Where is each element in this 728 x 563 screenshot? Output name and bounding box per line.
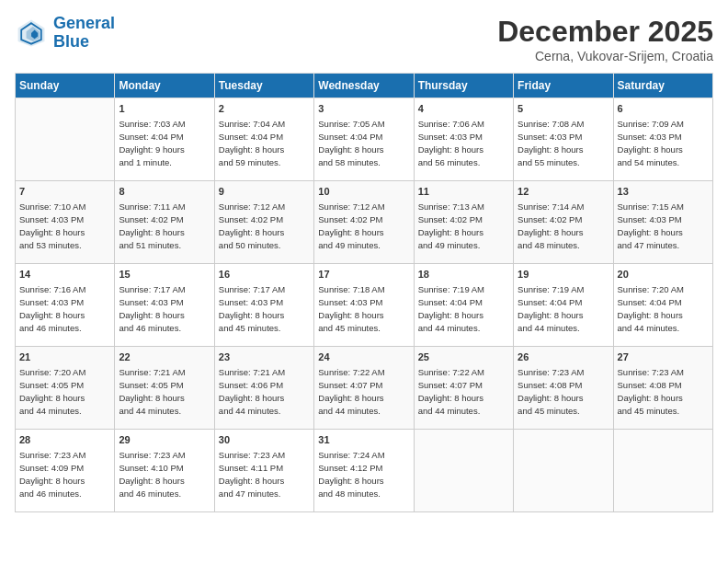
day-info: Sunrise: 7:20 AM Sunset: 4:04 PM Dayligh…: [618, 283, 709, 334]
day-info: Sunrise: 7:21 AM Sunset: 4:05 PM Dayligh…: [119, 366, 210, 417]
day-info: Sunrise: 7:15 AM Sunset: 4:03 PM Dayligh…: [618, 201, 709, 251]
calendar-cell: 12Sunrise: 7:14 AM Sunset: 4:02 PM Dayli…: [514, 181, 613, 264]
calendar-cell: 1Sunrise: 7:03 AM Sunset: 4:04 PM Daylig…: [115, 98, 214, 181]
calendar-cell: 10Sunrise: 7:12 AM Sunset: 4:02 PM Dayli…: [314, 181, 414, 264]
day-info: Sunrise: 7:19 AM Sunset: 4:04 PM Dayligh…: [418, 283, 509, 334]
logo-line1: General: [53, 14, 115, 32]
calendar-cell: 30Sunrise: 7:23 AM Sunset: 4:11 PM Dayli…: [214, 430, 313, 512]
day-number: 7: [19, 185, 110, 199]
day-number: 18: [418, 268, 509, 282]
day-info: Sunrise: 7:16 AM Sunset: 4:03 PM Dayligh…: [19, 283, 110, 334]
logo-line2: Blue: [53, 33, 115, 52]
day-info: Sunrise: 7:17 AM Sunset: 4:03 PM Dayligh…: [219, 283, 310, 334]
day-number: 13: [618, 185, 709, 199]
day-number: 12: [518, 185, 609, 199]
weekday-header-thursday: Thursday: [414, 74, 513, 98]
calendar-body: 1Sunrise: 7:03 AM Sunset: 4:04 PM Daylig…: [16, 98, 713, 512]
day-number: 15: [119, 268, 210, 282]
day-info: Sunrise: 7:06 AM Sunset: 4:03 PM Dayligh…: [418, 118, 509, 168]
calendar-cell: 16Sunrise: 7:17 AM Sunset: 4:03 PM Dayli…: [214, 264, 313, 347]
calendar-cell: 4Sunrise: 7:06 AM Sunset: 4:03 PM Daylig…: [414, 98, 513, 181]
day-info: Sunrise: 7:11 AM Sunset: 4:02 PM Dayligh…: [119, 201, 210, 251]
calendar-cell: 9Sunrise: 7:12 AM Sunset: 4:02 PM Daylig…: [214, 181, 313, 264]
day-info: Sunrise: 7:09 AM Sunset: 4:03 PM Dayligh…: [618, 118, 709, 168]
day-number: 2: [219, 102, 310, 116]
day-number: 9: [219, 185, 310, 199]
day-number: 17: [318, 268, 409, 282]
location-subtitle: Cerna, Vukovar-Srijem, Croatia: [497, 49, 713, 63]
day-number: 25: [418, 350, 509, 364]
calendar-table: SundayMondayTuesdayWednesdayThursdayFrid…: [15, 73, 713, 512]
day-number: 23: [219, 350, 310, 364]
calendar-cell: 7Sunrise: 7:10 AM Sunset: 4:03 PM Daylig…: [16, 181, 115, 264]
calendar-cell: 24Sunrise: 7:22 AM Sunset: 4:07 PM Dayli…: [314, 347, 414, 430]
calendar-cell: 29Sunrise: 7:23 AM Sunset: 4:10 PM Dayli…: [115, 430, 214, 512]
day-number: 3: [318, 102, 409, 116]
title-block: December 2025 Cerna, Vukovar-Srijem, Cro…: [497, 15, 713, 63]
day-number: 14: [19, 268, 110, 282]
calendar-cell: 8Sunrise: 7:11 AM Sunset: 4:02 PM Daylig…: [115, 181, 214, 264]
calendar-cell: 27Sunrise: 7:23 AM Sunset: 4:08 PM Dayli…: [613, 347, 712, 430]
calendar-cell: 21Sunrise: 7:20 AM Sunset: 4:05 PM Dayli…: [16, 347, 115, 430]
day-info: Sunrise: 7:23 AM Sunset: 4:10 PM Dayligh…: [119, 449, 210, 500]
day-number: 4: [418, 102, 509, 116]
day-info: Sunrise: 7:20 AM Sunset: 4:05 PM Dayligh…: [19, 366, 110, 417]
calendar-cell: 28Sunrise: 7:23 AM Sunset: 4:09 PM Dayli…: [16, 430, 115, 512]
calendar-cell: 11Sunrise: 7:13 AM Sunset: 4:02 PM Dayli…: [414, 181, 513, 264]
weekday-row: SundayMondayTuesdayWednesdayThursdayFrid…: [16, 74, 713, 98]
calendar-cell: 23Sunrise: 7:21 AM Sunset: 4:06 PM Dayli…: [214, 347, 313, 430]
day-number: 22: [119, 350, 210, 364]
day-info: Sunrise: 7:22 AM Sunset: 4:07 PM Dayligh…: [318, 366, 409, 417]
calendar-cell: 13Sunrise: 7:15 AM Sunset: 4:03 PM Dayli…: [613, 181, 712, 264]
day-number: 28: [19, 433, 110, 447]
calendar-cell: 31Sunrise: 7:24 AM Sunset: 4:12 PM Dayli…: [314, 430, 414, 512]
day-info: Sunrise: 7:21 AM Sunset: 4:06 PM Dayligh…: [219, 366, 310, 417]
calendar-header: SundayMondayTuesdayWednesdayThursdayFrid…: [16, 74, 713, 98]
day-number: 21: [19, 350, 110, 364]
day-info: Sunrise: 7:23 AM Sunset: 4:09 PM Dayligh…: [19, 449, 110, 500]
weekday-header-friday: Friday: [514, 74, 613, 98]
calendar-cell: 5Sunrise: 7:08 AM Sunset: 4:03 PM Daylig…: [514, 98, 613, 181]
day-number: 1: [119, 102, 210, 116]
calendar-cell: [514, 430, 613, 512]
day-info: Sunrise: 7:14 AM Sunset: 4:02 PM Dayligh…: [518, 201, 609, 251]
day-info: Sunrise: 7:19 AM Sunset: 4:04 PM Dayligh…: [518, 283, 609, 334]
day-number: 10: [318, 185, 409, 199]
calendar-cell: 20Sunrise: 7:20 AM Sunset: 4:04 PM Dayli…: [613, 264, 712, 347]
logo-icon: [15, 17, 48, 50]
day-number: 29: [119, 433, 210, 447]
week-row-1: 1Sunrise: 7:03 AM Sunset: 4:04 PM Daylig…: [16, 98, 713, 181]
weekday-header-sunday: Sunday: [16, 74, 115, 98]
day-info: Sunrise: 7:18 AM Sunset: 4:03 PM Dayligh…: [318, 283, 409, 334]
calendar-cell: 22Sunrise: 7:21 AM Sunset: 4:05 PM Dayli…: [115, 347, 214, 430]
weekday-header-wednesday: Wednesday: [314, 74, 414, 98]
month-title: December 2025: [497, 15, 713, 49]
page-header: General Blue December 2025 Cerna, Vukova…: [15, 15, 713, 63]
weekday-header-monday: Monday: [115, 74, 214, 98]
logo-text: General Blue: [53, 15, 115, 52]
calendar-cell: 18Sunrise: 7:19 AM Sunset: 4:04 PM Dayli…: [414, 264, 513, 347]
day-info: Sunrise: 7:05 AM Sunset: 4:04 PM Dayligh…: [318, 118, 409, 168]
day-number: 6: [618, 102, 709, 116]
logo: General Blue: [15, 15, 115, 52]
day-info: Sunrise: 7:10 AM Sunset: 4:03 PM Dayligh…: [19, 201, 110, 251]
calendar-cell: 2Sunrise: 7:04 AM Sunset: 4:04 PM Daylig…: [214, 98, 313, 181]
day-info: Sunrise: 7:12 AM Sunset: 4:02 PM Dayligh…: [318, 201, 409, 251]
calendar-cell: 25Sunrise: 7:22 AM Sunset: 4:07 PM Dayli…: [414, 347, 513, 430]
day-info: Sunrise: 7:13 AM Sunset: 4:02 PM Dayligh…: [418, 201, 509, 251]
calendar-cell: [16, 98, 115, 181]
calendar-cell: 15Sunrise: 7:17 AM Sunset: 4:03 PM Dayli…: [115, 264, 214, 347]
calendar-cell: 26Sunrise: 7:23 AM Sunset: 4:08 PM Dayli…: [514, 347, 613, 430]
day-info: Sunrise: 7:23 AM Sunset: 4:08 PM Dayligh…: [618, 366, 709, 417]
day-info: Sunrise: 7:03 AM Sunset: 4:04 PM Dayligh…: [119, 118, 210, 168]
week-row-3: 14Sunrise: 7:16 AM Sunset: 4:03 PM Dayli…: [16, 264, 713, 347]
day-number: 8: [119, 185, 210, 199]
weekday-header-tuesday: Tuesday: [214, 74, 313, 98]
day-info: Sunrise: 7:12 AM Sunset: 4:02 PM Dayligh…: [219, 201, 310, 251]
calendar-cell: [414, 430, 513, 512]
calendar-cell: 3Sunrise: 7:05 AM Sunset: 4:04 PM Daylig…: [314, 98, 414, 181]
day-number: 19: [518, 268, 609, 282]
calendar-cell: 19Sunrise: 7:19 AM Sunset: 4:04 PM Dayli…: [514, 264, 613, 347]
day-number: 16: [219, 268, 310, 282]
day-number: 27: [618, 350, 709, 364]
